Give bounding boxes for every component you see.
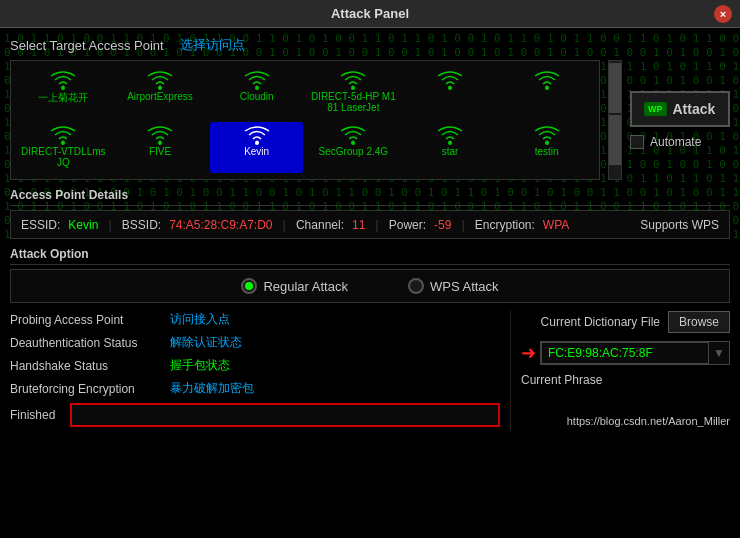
ap-name-10: star [442,146,459,157]
ap-select-label: Select Target Access Point [10,38,164,53]
channel-label: Channel: [296,218,344,232]
wifi-icon-11 [533,124,561,146]
title-bar: Attack Panel × [0,0,740,28]
regular-attack-label: Regular Attack [263,279,348,294]
regular-attack-radio[interactable] [241,278,257,294]
bruteforce-value: 暴力破解加密包 [170,380,254,397]
current-phrase-label: Current Phrase [521,373,730,387]
close-button[interactable]: × [714,5,732,23]
wps-attack-option[interactable]: WPS Attack [408,278,499,294]
window-title: Attack Panel [331,6,409,21]
status-right: Current Dictionary File Browse ➜ FC:E9:9… [510,311,730,431]
channel-value: 11 [352,218,365,232]
ap-select-chinese: 选择访问点 [180,36,245,54]
ap-name-0: 一上菊花开 [38,91,88,105]
ap-item-1[interactable]: AirportExpress [114,67,207,118]
wps-attack-label: WPS Attack [430,279,499,294]
content-area: Select Target Access Point 选择访问点 一上菊花开 [0,28,740,439]
ap-item-10[interactable]: star [404,122,497,173]
wifi-icon-0 [49,69,77,91]
attack-button-label: Attack [673,101,716,117]
automate-label: Automate [650,135,701,149]
ap-item-0[interactable]: 一上菊花开 [17,67,110,118]
dict-file-label: Current Dictionary File [521,315,660,329]
browse-button[interactable]: Browse [668,311,730,333]
svg-point-9 [351,141,355,145]
svg-point-5 [545,86,549,90]
svg-point-8 [255,141,259,145]
bruteforce-row: Bruteforcing Encryption 暴力破解加密包 [10,380,500,397]
svg-point-0 [61,86,65,90]
finished-row: Finished [10,403,500,427]
probing-label: Probing Access Point [10,313,170,327]
supports-wps-label: Supports WPS [640,218,719,232]
attack-option-bar: Regular Attack WPS Attack [10,269,730,303]
wifi-icon-6 [49,124,77,146]
handshake-label: Handshake Status [10,359,170,373]
attack-button[interactable]: WP Attack [630,91,730,127]
svg-point-3 [351,86,355,90]
arrow-indicator: ➜ [521,342,536,364]
wifi-icon-3 [339,69,367,91]
status-dict-area: Probing Access Point 访问接入点 Deauthenticat… [10,311,730,431]
wifi-icon-1 [146,69,174,91]
dropdown-container[interactable]: FC:E9:98:AC:75:8F ▼ [540,341,730,365]
svg-point-7 [158,141,162,145]
attack-option-section-label: Attack Option [10,247,730,265]
bruteforce-label: Bruteforcing Encryption [10,382,170,396]
wifi-icon-7 [146,124,174,146]
ap-name-11: testin [535,146,559,157]
automate-checkbox[interactable] [630,135,644,149]
ap-item-11[interactable]: testin [500,122,593,173]
probing-row: Probing Access Point 访问接入点 [10,311,500,328]
wifi-icon-9 [339,124,367,146]
enc-label: Encryption: [475,218,535,232]
ap-grid[interactable]: 一上菊花开 AirportExpress [10,60,600,180]
svg-point-11 [545,141,549,145]
ap-item-2[interactable]: Cloudin [210,67,303,118]
ap-grid-scrollbar[interactable] [608,60,622,180]
ap-name-9: SecGroup 2.4G [319,146,388,157]
ap-item-4[interactable] [404,67,497,118]
regular-attack-option[interactable]: Regular Attack [241,278,348,294]
status-left: Probing Access Point 访问接入点 Deauthenticat… [10,311,510,431]
svg-point-10 [448,141,452,145]
probing-value: 访问接入点 [170,311,230,328]
ap-item-9[interactable]: SecGroup 2.4G [307,122,400,173]
ap-item-6[interactable]: DIRECT-VTDLLmsJQ [17,122,110,173]
finished-label: Finished [10,408,70,422]
dropdown-arrow-icon: ▼ [709,346,729,360]
power-label: Power: [389,218,426,232]
dropdown-value: FC:E9:98:AC:75:8F [541,342,709,364]
wifi-icon-8 [243,124,271,146]
ap-item-8[interactable]: Kevin [210,122,303,173]
wifi-icon-2 [243,69,271,91]
scrollbar-thumb-bottom[interactable] [609,115,621,165]
ap-item-5[interactable] [500,67,593,118]
essid-label: ESSID: [21,218,60,232]
main-window: Attack Panel × Select Target Access Poin… [0,0,740,538]
essid-value: Kevin [68,218,98,232]
ap-item-3[interactable]: DIRECT-5d-HP M181 LaserJet [307,67,400,118]
ap-name-3: DIRECT-5d-HP M181 LaserJet [309,91,398,113]
ap-item-7[interactable]: FIVE [114,122,207,173]
url-text: https://blog.csdn.net/Aaron_Miller [521,411,730,431]
svg-point-4 [448,86,452,90]
wifi-badge: WP [644,102,667,116]
dropdown-row: ➜ FC:E9:98:AC:75:8F ▼ [521,341,730,365]
bssid-value: 74:A5:28:C9:A7:D0 [169,218,272,232]
wifi-icon-10 [436,124,464,146]
ap-name-2: Cloudin [240,91,274,102]
bssid-label: BSSID: [122,218,161,232]
ap-name-6: DIRECT-VTDLLmsJQ [19,146,108,168]
scrollbar-thumb[interactable] [609,63,621,113]
deauth-label: Deauthentication Status [10,336,170,350]
wifi-icon-4 [436,69,464,91]
svg-point-1 [158,86,162,90]
wps-attack-radio[interactable] [408,278,424,294]
svg-point-2 [255,86,259,90]
ap-name-1: AirportExpress [127,91,193,102]
dict-file-row: Current Dictionary File Browse [521,311,730,333]
finished-input[interactable] [70,403,500,427]
ap-details-bar: ESSID: Kevin | BSSID: 74:A5:28:C9:A7:D0 … [10,210,730,239]
